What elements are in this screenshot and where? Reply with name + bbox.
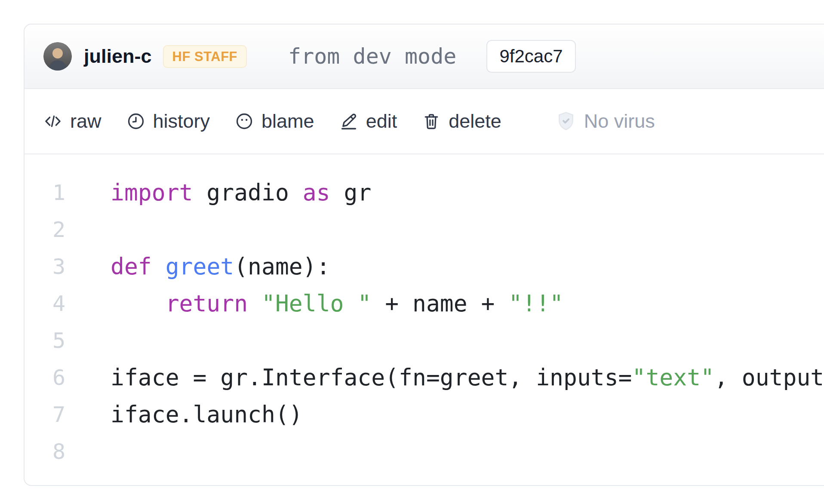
pencil-icon: [339, 112, 358, 131]
code-lines: 1import gradio as gr23def greet(name):4 …: [25, 174, 824, 470]
code-line: 1import gradio as gr: [25, 174, 824, 211]
blame-label: blame: [261, 110, 314, 132]
delete-label: delete: [449, 110, 501, 132]
line-number[interactable]: 3: [25, 248, 65, 285]
line-number[interactable]: 8: [25, 433, 65, 470]
code-line: 4 return "Hello " + name + "!!": [25, 285, 824, 322]
file-toolbar: raw history blame edit: [25, 89, 824, 154]
line-number[interactable]: 4: [25, 285, 65, 322]
code-line: 3def greet(name):: [25, 248, 824, 285]
commit-header: julien-c HF STAFF from dev mode 9f2cac7: [25, 25, 824, 89]
line-number[interactable]: 2: [25, 211, 65, 248]
line-number[interactable]: 6: [25, 359, 65, 396]
line-number[interactable]: 1: [25, 174, 65, 211]
line-number[interactable]: 7: [25, 396, 65, 433]
file-viewer-card: julien-c HF STAFF from dev mode 9f2cac7 …: [24, 24, 824, 486]
clock-icon: [126, 112, 145, 131]
code-line: 7iface.launch(): [25, 396, 824, 433]
virus-scan-status[interactable]: No virus: [555, 110, 655, 132]
line-number[interactable]: 5: [25, 322, 65, 359]
code-text: [65, 322, 111, 359]
blame-icon: [235, 112, 254, 131]
edit-button[interactable]: edit: [339, 110, 397, 132]
raw-button[interactable]: raw: [43, 110, 101, 132]
code-line: 8: [25, 433, 824, 470]
code-text: def greet(name):: [65, 248, 330, 285]
raw-label: raw: [70, 110, 101, 132]
code-text: [65, 211, 111, 248]
history-label: history: [153, 110, 210, 132]
delete-button[interactable]: delete: [422, 110, 501, 132]
blame-button[interactable]: blame: [235, 110, 314, 132]
history-button[interactable]: history: [126, 110, 210, 132]
code-line: 5: [25, 322, 824, 359]
commit-hash-button[interactable]: 9f2cac7: [486, 40, 575, 73]
code-text: iface = gr.Interface(fn=greet, inputs="t…: [65, 359, 824, 396]
code-icon: [43, 112, 62, 131]
code-text: iface.launch(): [65, 396, 303, 433]
scan-status-label: No virus: [584, 110, 655, 132]
trash-icon: [422, 112, 441, 131]
code-text: return "Hello " + name + "!!": [65, 285, 563, 322]
hf-staff-badge: HF STAFF: [163, 45, 247, 68]
commit-message[interactable]: from dev mode: [288, 44, 456, 69]
code-line: 6iface = gr.Interface(fn=greet, inputs="…: [25, 359, 824, 396]
shield-check-icon: [555, 110, 577, 132]
edit-label: edit: [366, 110, 397, 132]
username-link[interactable]: julien-c: [84, 45, 152, 68]
code-text: import gradio as gr: [65, 174, 371, 211]
code-line: 2: [25, 211, 824, 248]
code-viewer: 1import gradio as gr23def greet(name):4 …: [25, 154, 824, 470]
code-text: [65, 433, 111, 470]
avatar-image: [43, 42, 72, 71]
avatar[interactable]: [43, 42, 72, 71]
